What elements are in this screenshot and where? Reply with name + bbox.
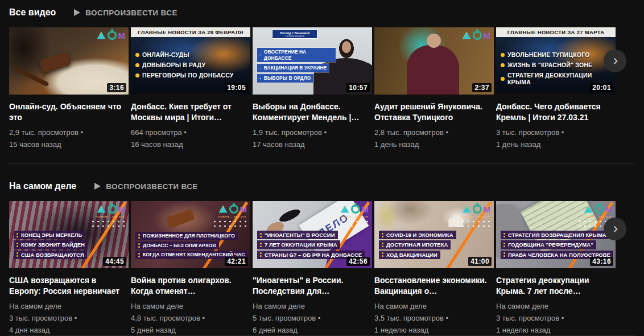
section-header: Все видео ВОСПРОИЗВЕСТИ ВСЕ	[0, 5, 644, 21]
video-row: М3:16Онлайн-суд. Объясняем что это2,9 ты…	[0, 27, 644, 150]
video-show-name[interactable]: На самом деле	[374, 300, 494, 312]
video-row: КОНЕЦ ЭРЫ МЕРКЕЛЬКОМУ ЗВОНИТ БАЙДЕНСША В…	[0, 201, 644, 336]
thumbnail-headline-bar: ГЛАВНЫЕ НОВОСТИ ЗА 27 МАРТА	[496, 27, 616, 37]
dot-grid-pattern	[212, 219, 247, 227]
logo-letter-m: М	[118, 32, 126, 39]
col-marker-icon	[16, 243, 18, 247]
section-title[interactable]: Все видео	[9, 7, 56, 18]
video-meta: 3 тыс. просмотров •1 день назад	[496, 126, 616, 150]
video-title[interactable]: Война против олигархов. Когда отменят…	[131, 275, 250, 297]
section-title[interactable]: На самом деле	[9, 181, 76, 191]
dot-marker-icon	[135, 73, 139, 77]
video-title[interactable]: Аудит решений Януковича. Отставка Тупицк…	[374, 101, 494, 123]
bullet-text: ЖИЗНЬ В "КРАСНОЙ" ЗОНЕ	[507, 62, 592, 68]
video-title[interactable]: Стратегия деоккупации Крыма. 7 лет после…	[496, 275, 616, 297]
video-show-name[interactable]: На самом деле	[9, 300, 129, 312]
thumbnail-bullet-list: "ИНОАГЕНТЫ" В РОССИИ7 ЛЕТ ОККУПАЦИИ КРЫМ…	[257, 231, 365, 259]
video-title[interactable]: Выборы на Донбассе. Комментирует Мендель…	[253, 101, 372, 123]
thumbnail-bullet-list: -ОБОСТРЕНИЕ НА ДОНБАССЕ-ВАКЦИНАЦИЯ В УКР…	[257, 48, 336, 83]
video-card[interactable]: ГЛАВНЫЕ НОВОСТИ ЗА 27 МАРТАУВОЛЬНЕНИЕ ТУ…	[496, 27, 616, 150]
duration-badge: 43:16	[590, 257, 613, 266]
video-meta: 1,9 тыс. просмотров •17 часов назад	[253, 126, 372, 150]
thumbnail-bullet-line: ЖИЗНЬ В "КРАСНОЙ" ЗОНЕ	[501, 62, 592, 68]
video-thumbnail[interactable]: COVID-19 И ЭКОНОМИКАДОСТУПНАЯ ИПОТЕКАХОД…	[374, 201, 494, 268]
next-videos-button[interactable]: ›	[604, 218, 626, 240]
dot-marker-icon	[135, 63, 139, 67]
dot-marker-icon	[501, 63, 505, 67]
logo-caption: УКРАИНА — ВАШ ДОМ	[217, 215, 246, 218]
video-card[interactable]: М3:16Онлайн-суд. Объясняем что это2,9 ты…	[9, 27, 129, 150]
video-meta: На самом деле5 тыс. просмотров •6 дней н…	[253, 300, 372, 336]
video-thumbnail[interactable]: ДЕЛО"ИНОАГЕНТЫ" В РОССИИ7 ЛЕТ ОККУПАЦИИ …	[253, 201, 372, 268]
video-title[interactable]: США возвращаются в Европу: Россия нервни…	[9, 275, 129, 297]
col-marker-icon	[382, 252, 383, 257]
video-card[interactable]: COVID-19 И ЭКОНОМИКАДОСТУПНАЯ ИПОТЕКАХОД…	[374, 201, 494, 336]
video-date: 1 день назад	[374, 138, 494, 150]
logo-letter-m: М	[484, 32, 491, 39]
video-show-name[interactable]: На самом деле	[253, 300, 372, 312]
video-card[interactable]: КОНЕЦ ЭРЫ МЕРКЕЛЬКОМУ ЗВОНИТ БАЙДЕНСША В…	[9, 201, 129, 336]
play-all-label: ВОСПРОИЗВЕСТИ ВСЕ	[106, 182, 198, 191]
video-views: 4,8 тыс. просмотров •	[131, 312, 250, 324]
video-show-name[interactable]: На самом деле	[131, 300, 250, 312]
video-thumbnail[interactable]: СТРАТЕГИЯ ВОЗВРАЩЕНИЯ КРЫМАГОДОВЩИНА "РЕ…	[496, 201, 616, 268]
video-card[interactable]: СТРАТЕГИЯ ВОЗВРАЩЕНИЯ КРЫМАГОДОВЩИНА "РЕ…	[496, 201, 616, 336]
duration-badge: 19:05	[225, 83, 248, 92]
dom-logo: М	[97, 31, 126, 40]
thumbnail-bullet-list: ПОЖИЗНЕННОЕ ДЛЯ ПЛОТНИЦКОГОДОНБАСС – БЕЗ…	[135, 232, 248, 259]
video-views: 3 тыс. просмотров •	[496, 126, 616, 138]
bullet-text: ВАКЦИНАЦИЯ В УКРАИНЕ	[264, 65, 327, 71]
video-card[interactable]: ГЛАВНЫЕ НОВОСТИ ЗА 28 ФЕВРАЛЯОНЛАЙН-СУДЫ…	[131, 27, 250, 150]
video-views: 664 просмотра •	[131, 126, 250, 138]
video-card[interactable]: Погляд с БанковойС ЮЛИЕЙ МЕНДЕЛЬ-ОБОСТРЕ…	[253, 27, 372, 150]
video-views: 3 тыс. просмотров •	[9, 312, 129, 324]
video-date: 1 день назад	[496, 138, 616, 150]
video-title[interactable]: Восстановление экономики. Вакцинация о…	[374, 275, 494, 297]
thumbnail-bullet-line: -ВАКЦИНАЦИЯ В УКРАИНЕ	[257, 64, 329, 72]
video-thumbnail[interactable]: КОНЕЦ ЭРЫ МЕРКЕЛЬКОМУ ЗВОНИТ БАЙДЕНСША В…	[9, 201, 129, 268]
video-views: 2,9 тыс. просмотров •	[9, 126, 129, 138]
thumbnail-bullet-list: ОНЛАЙН-СУДЫДОВЫБОРЫ В РАДУПЕРЕГОВОРЫ ПО …	[135, 51, 234, 79]
logo-power-icon	[473, 31, 482, 40]
thumbnail-bullet-line: COVID-19 И ЭКОНОМИКА	[379, 231, 456, 239]
next-videos-button[interactable]: ›	[604, 50, 626, 72]
bullet-text: ХОД ВАКЦИНАЦИИ	[386, 252, 437, 258]
thumbnail-bullet-line: ДОНБАСС – БЕЗ ОЛИГАРХОВ	[135, 241, 219, 250]
video-meta: 2,9 тыс. просмотров •15 часов назад	[9, 126, 129, 150]
dom-logo: МУКРАИНА — ВАШ ДОМ	[341, 204, 369, 214]
duration-badge: 3:16	[107, 83, 126, 92]
video-thumbnail[interactable]: М2:37	[374, 27, 494, 95]
col-marker-icon	[260, 233, 262, 237]
video-title[interactable]: Донбасс. Киев требует от Москвы мира | И…	[131, 101, 250, 123]
video-thumbnail[interactable]: ГЛАВНЫЕ НОВОСТИ ЗА 28 ФЕВРАЛЯОНЛАЙН-СУДЫ…	[131, 27, 250, 95]
video-title[interactable]: Онлайн-суд. Объясняем что это	[9, 101, 129, 123]
thumbnail-bullet-line: ДОВЫБОРЫ В РАДУ	[135, 62, 205, 68]
video-thumbnail[interactable]: Погляд с БанковойС ЮЛИЕЙ МЕНДЕЛЬ-ОБОСТРЕ…	[253, 27, 372, 95]
col-marker-icon	[16, 233, 18, 237]
video-meta: На самом деле3,5 тыс. просмотров •1 неде…	[374, 300, 494, 336]
col-marker-icon	[260, 252, 262, 257]
video-card[interactable]: М2:37Аудит решений Януковича. Отставка Т…	[374, 27, 494, 150]
section-divider	[9, 335, 635, 335]
video-thumbnail[interactable]: ГЛАВНЫЕ НОВОСТИ ЗА 27 МАРТАУВОЛЬНЕНИЕ ТУ…	[496, 27, 616, 95]
video-show-name[interactable]: На самом деле	[496, 300, 616, 312]
duration-badge: 44:45	[103, 257, 126, 266]
dash-marker-icon: -	[259, 52, 261, 58]
thumbnail-bullet-line: 7 ЛЕТ ОККУПАЦИИ КРЫМА	[257, 240, 340, 249]
duration-badge: 2:37	[472, 83, 492, 92]
video-thumbnail[interactable]: ПОЖИЗНЕННОЕ ДЛЯ ПЛОТНИЦКОГОДОНБАСС – БЕЗ…	[131, 201, 250, 268]
video-card[interactable]: ПОЖИЗНЕННОЕ ДЛЯ ПЛОТНИЦКОГОДОНБАСС – БЕЗ…	[131, 201, 250, 336]
play-all-button[interactable]: ВОСПРОИЗВЕСТИ ВСЕ	[94, 182, 198, 191]
dot-grid-pattern	[334, 219, 369, 227]
video-thumbnail[interactable]: М3:16	[9, 27, 129, 95]
thumbnail-headline-bar: ГЛАВНЫЕ НОВОСТИ ЗА 28 ФЕВРАЛЯ	[131, 27, 250, 37]
play-all-button[interactable]: ВОСПРОИЗВЕСТИ ВСЕ	[74, 9, 177, 17]
bullet-text: ДОНБАСС – БЕЗ ОЛИГАРХОВ	[143, 243, 216, 249]
video-date: 5 дней назад	[131, 324, 250, 336]
thumbnail-bullet-line: ХОД ВАКЦИНАЦИИ	[379, 251, 440, 259]
video-card[interactable]: ДЕЛО"ИНОАГЕНТЫ" В РОССИИ7 ЛЕТ ОККУПАЦИИ …	[253, 201, 372, 336]
bullet-text: КОНЕЦ ЭРЫ МЕРКЕЛЬ	[21, 232, 82, 238]
video-title[interactable]: "Иноагенты" в России. Последствия для…	[253, 275, 372, 297]
video-title[interactable]: Донбасс. Чего добивается Кремль | Итоги …	[496, 101, 616, 123]
thumbnail-bullet-line: ПОЖИЗНЕННОЕ ДЛЯ ПЛОТНИЦКОГО	[135, 232, 238, 240]
